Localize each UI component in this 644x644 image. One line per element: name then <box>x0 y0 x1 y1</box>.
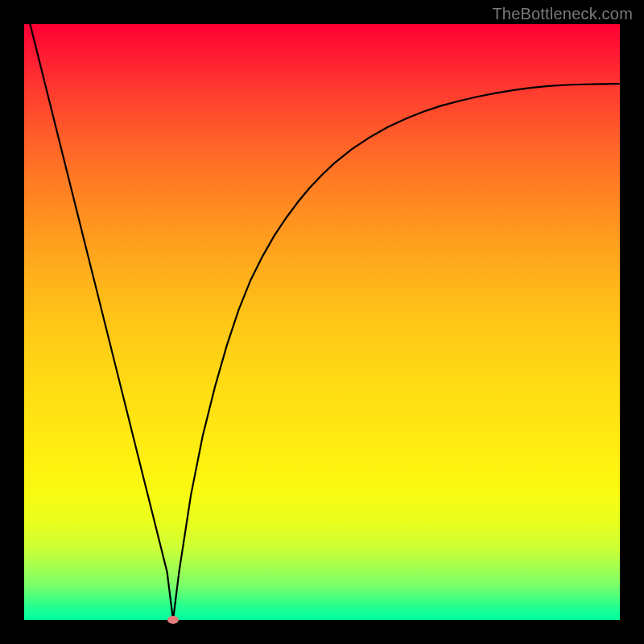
watermark-text: TheBottleneck.com <box>492 5 633 23</box>
plot-area <box>24 24 620 620</box>
bottleneck-curve <box>24 24 620 620</box>
minimum-marker <box>167 616 180 624</box>
chart-frame: TheBottleneck.com <box>0 0 644 644</box>
